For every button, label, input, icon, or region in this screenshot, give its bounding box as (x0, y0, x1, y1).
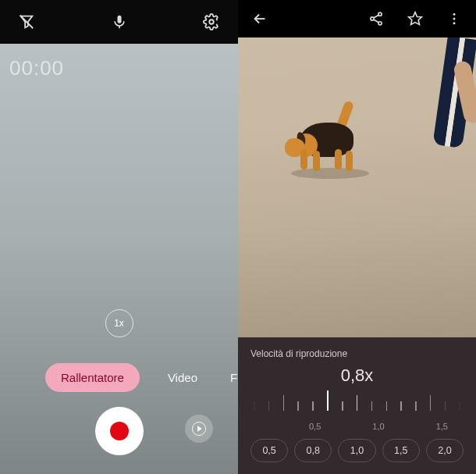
preset-1-5[interactable]: 1,5 (382, 439, 420, 462)
ruler-label-mid: 1,0 (372, 422, 384, 431)
svg-point-12 (453, 22, 456, 24)
play-icon (192, 422, 206, 436)
ruler-label-low: 0,5 (309, 422, 321, 431)
svg-rect-1 (117, 16, 121, 23)
last-capture-button[interactable] (185, 415, 213, 443)
share-icon[interactable] (365, 8, 387, 30)
player-topbar (238, 0, 476, 37)
svg-point-11 (453, 18, 456, 20)
back-icon[interactable] (249, 8, 271, 30)
svg-point-5 (371, 17, 374, 20)
filter-off-icon[interactable] (16, 11, 37, 33)
mode-video[interactable]: Video (163, 363, 202, 392)
player-screen: Velocità di riproduzione 0,8x 0,5 1,0 1,… (238, 0, 476, 474)
speed-presets: 0,5 0,8 1,0 1,5 2,0 (250, 439, 464, 462)
mode-slowmo[interactable]: Rallentatore (45, 363, 140, 392)
playback-speed-panel: Velocità di riproduzione 0,8x 0,5 1,0 1,… (238, 337, 476, 474)
video-viewport[interactable] (238, 37, 476, 337)
svg-point-3 (209, 20, 214, 24)
preset-1-0[interactable]: 1,0 (338, 439, 375, 462)
star-icon[interactable] (404, 8, 426, 30)
svg-line-8 (374, 20, 378, 23)
mode-strip[interactable]: Rallentatore Video Foto (0, 363, 238, 392)
record-timer: 00:00 (9, 56, 64, 80)
ruler-labels: 0,5 1,0 1,5 (250, 420, 464, 431)
zoom-badge[interactable]: 1x (105, 309, 133, 337)
preset-2-0[interactable]: 2,0 (426, 439, 464, 462)
preset-0-8[interactable]: 0,8 (294, 439, 332, 462)
speed-ruler[interactable] (250, 392, 464, 420)
speed-panel-title: Velocità di riproduzione (250, 348, 464, 359)
video-frame (238, 37, 476, 337)
more-icon[interactable] (443, 8, 465, 30)
camera-topbar (0, 0, 238, 44)
svg-line-7 (374, 15, 378, 18)
zoom-value: 1x (114, 318, 124, 329)
ruler-label-high: 1,5 (436, 422, 448, 431)
gear-icon[interactable] (201, 11, 222, 33)
preset-0-5[interactable]: 0,5 (250, 439, 288, 462)
svg-point-10 (453, 13, 456, 16)
svg-point-4 (378, 12, 382, 16)
record-button[interactable] (95, 407, 144, 455)
camera-screen: 00:00 1x Rallentatore Video Foto (0, 0, 238, 474)
current-speed: 0,8x (250, 365, 464, 386)
mode-photo[interactable]: Foto (226, 363, 238, 392)
svg-point-6 (378, 22, 382, 25)
mic-icon[interactable] (108, 11, 130, 33)
record-dot-icon (110, 422, 129, 440)
svg-marker-9 (409, 12, 422, 25)
